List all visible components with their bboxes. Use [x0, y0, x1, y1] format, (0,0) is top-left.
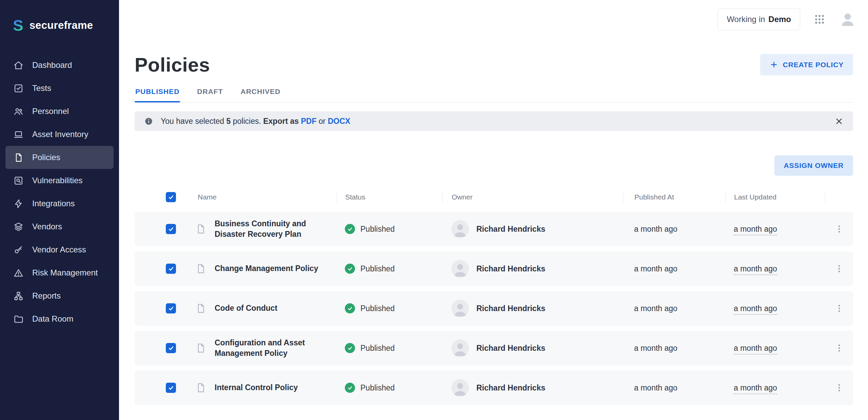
published-at: a month ago	[623, 264, 725, 273]
tab-published[interactable]: PUBLISHED	[135, 88, 180, 102]
sidebar-item-label: Tests	[32, 83, 51, 93]
user-avatar-icon[interactable]	[839, 11, 856, 28]
workspace-name: Demo	[768, 15, 791, 24]
status-badge: Published	[360, 264, 395, 273]
policy-name: Change Management Policy	[215, 263, 318, 274]
kebab-menu-icon[interactable]	[832, 222, 846, 236]
tab-archived[interactable]: ARCHIVED	[240, 88, 281, 102]
table-row[interactable]: Business Continuity and Disaster Recover…	[135, 212, 853, 246]
sidebar-item-label: Integrations	[32, 199, 75, 208]
create-policy-label: CREATE POLICY	[783, 61, 844, 69]
secureframe-s-icon: S	[13, 18, 23, 33]
table-row[interactable]: Internal Control Policy Published Richar…	[135, 370, 853, 405]
published-at: a month ago	[623, 344, 725, 353]
file-icon	[195, 342, 206, 354]
owner-name: Richard Hendricks	[476, 344, 545, 353]
people-icon	[13, 106, 24, 117]
last-updated: a month ago	[734, 225, 777, 235]
status-badge: Published	[360, 304, 395, 313]
topbar: Working in Demo	[119, 0, 868, 38]
published-at: a month ago	[623, 304, 725, 313]
select-all-checkbox[interactable]	[166, 192, 176, 202]
table-row[interactable]: Change Management Policy Published Richa…	[135, 251, 853, 286]
check-square-icon	[13, 83, 24, 94]
kebab-menu-icon[interactable]	[832, 262, 846, 276]
zap-icon	[13, 198, 24, 209]
apps-grid-icon[interactable]	[814, 14, 825, 25]
status-check-icon	[345, 303, 355, 313]
file-icon	[195, 223, 206, 235]
avatar	[451, 379, 469, 397]
table-row[interactable]: Code of Conduct Published Richard Hendri…	[135, 291, 853, 326]
sidebar-item-label: Dashboard	[32, 60, 72, 70]
row-checkbox[interactable]	[166, 343, 176, 353]
row-checkbox[interactable]	[166, 264, 176, 274]
sidebar-item-dashboard[interactable]: Dashboard	[5, 54, 114, 77]
workspace-selector[interactable]: Working in Demo	[717, 8, 800, 30]
sidebar-item-reports[interactable]: Reports	[5, 284, 114, 307]
status-badge: Published	[360, 225, 395, 234]
status-check-icon	[345, 383, 355, 393]
close-icon[interactable]	[834, 117, 844, 126]
owner-name: Richard Hendricks	[476, 264, 545, 273]
row-checkbox[interactable]	[166, 303, 176, 313]
published-at: a month ago	[623, 383, 725, 393]
folder-icon	[13, 313, 24, 325]
avatar	[451, 260, 469, 278]
avatar	[451, 300, 469, 317]
status-check-icon	[345, 343, 355, 353]
key-icon	[13, 244, 24, 255]
sidebar-item-personnel[interactable]: Personnel	[5, 100, 114, 123]
file-icon	[195, 303, 206, 314]
kebab-menu-icon[interactable]	[832, 381, 846, 395]
kebab-menu-icon[interactable]	[832, 301, 846, 316]
sidebar-item-vulnerabilities[interactable]: Vulnerabilities	[5, 169, 114, 192]
published-at: a month ago	[623, 225, 725, 234]
policies-table: Name Status Owner Published At Last Upda…	[135, 189, 853, 405]
sidebar-item-data-room[interactable]: Data Room	[5, 307, 114, 330]
tab-draft[interactable]: DRAFT	[196, 88, 223, 102]
workspace-prefix: Working in	[727, 15, 765, 24]
owner-name: Richard Hendricks	[476, 383, 545, 393]
owner-name: Richard Hendricks	[476, 225, 545, 234]
assign-owner-button[interactable]: ASSIGN OWNER	[774, 155, 853, 176]
column-header-name[interactable]: Name	[192, 191, 337, 203]
sidebar-item-policies[interactable]: Policies	[5, 146, 114, 169]
banner-mid: policies.	[233, 117, 261, 126]
status-badge: Published	[360, 383, 395, 393]
create-policy-button[interactable]: CREATE POLICY	[760, 54, 853, 75]
policy-name: Internal Control Policy	[215, 382, 298, 393]
sidebar-item-label: Vendors	[32, 222, 62, 231]
export-pdf-link[interactable]: PDF	[301, 117, 316, 126]
column-header-published-at[interactable]: Published At	[623, 191, 725, 203]
sidebar-item-tests[interactable]: Tests	[5, 77, 114, 100]
banner-export-label: Export as	[263, 117, 299, 126]
kebab-menu-icon[interactable]	[832, 341, 846, 355]
warning-triangle-icon	[13, 267, 24, 279]
policy-name: Code of Conduct	[215, 303, 277, 313]
table-row[interactable]: Configuration and Asset Management Polic…	[135, 331, 853, 365]
banner-text: You have selected 5 policies. Export as …	[161, 117, 350, 126]
info-icon	[144, 117, 153, 126]
brand-logo[interactable]: S secureframe	[0, 0, 119, 52]
avatar	[451, 220, 469, 238]
column-header-last-updated[interactable]: Last Updated	[725, 191, 825, 203]
row-checkbox[interactable]	[166, 224, 176, 234]
last-updated: a month ago	[734, 344, 777, 355]
owner-name: Richard Hendricks	[476, 304, 545, 313]
laptop-icon	[13, 129, 24, 140]
row-checkbox[interactable]	[166, 383, 176, 393]
column-header-status[interactable]: Status	[337, 191, 442, 203]
sidebar-item-asset-inventory[interactable]: Asset Inventory	[5, 123, 114, 146]
export-docx-link[interactable]: DOCX	[328, 117, 350, 126]
sidebar-item-integrations[interactable]: Integrations	[5, 192, 114, 215]
sidebar-item-risk-management[interactable]: Risk Management	[5, 261, 114, 284]
layers-icon	[13, 221, 24, 232]
sidebar-item-label: Asset Inventory	[32, 130, 88, 139]
sidebar-item-vendors[interactable]: Vendors	[5, 215, 114, 238]
avatar	[451, 339, 469, 357]
sidebar-item-vendor-access[interactable]: Vendor Access	[5, 238, 114, 261]
column-header-owner[interactable]: Owner	[442, 191, 623, 203]
sidebar-item-label: Vendor Access	[32, 245, 86, 254]
brand-name: secureframe	[29, 19, 93, 32]
